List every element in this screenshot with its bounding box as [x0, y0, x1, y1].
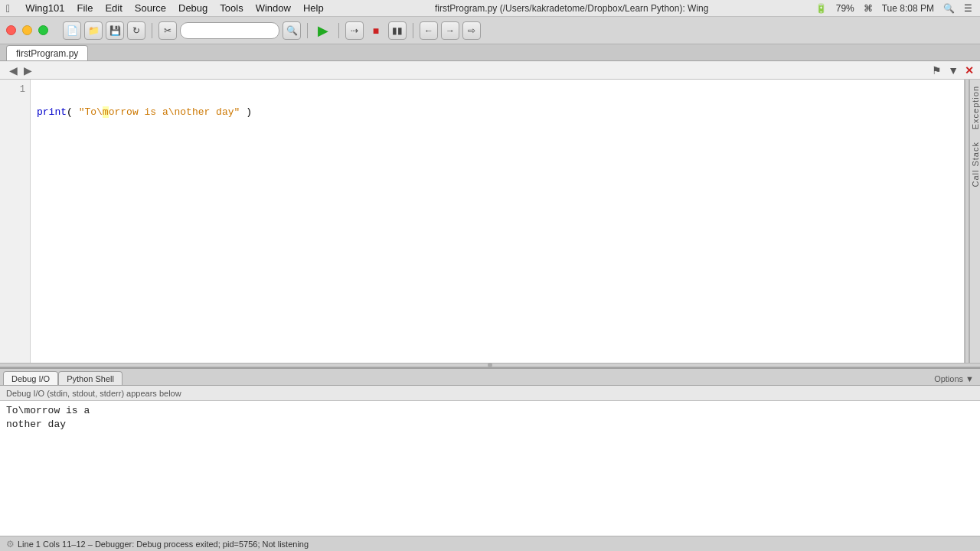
save-file-button[interactable]: 💾 [106, 21, 124, 40]
main-area: 1 print( "To\morrow is a\nother day" ) E… [0, 80, 980, 363]
paren-open: ( [67, 106, 73, 118]
python-shell-tab[interactable]: Python Shell [58, 371, 122, 385]
menu-window[interactable]: Window [250, 2, 297, 15]
back-button[interactable]: ◀ [6, 64, 21, 77]
nav-row: ◀ ▶ ⚑ ▼ ✕ [0, 61, 980, 80]
keyword-print: print [37, 106, 67, 118]
menu-bar:  Wing101 File Edit Source Debug Tools W… [0, 0, 980, 17]
menu-wing101[interactable]: Wing101 [19, 2, 70, 15]
debug-io-info-bar: Debug I/O (stdin, stdout, stderr) appear… [0, 386, 980, 401]
debug-io-tab[interactable]: Debug I/O [3, 371, 58, 385]
space [73, 106, 79, 118]
status-bar: ⚙ Line 1 Cols 11–12 – Debugger: Debug pr… [0, 536, 980, 551]
options-arrow-icon: ▼ [965, 374, 974, 383]
line-numbers: 1 [0, 80, 31, 363]
wifi-icon: ⌘ [864, 3, 873, 14]
close-window-button[interactable] [6, 25, 16, 35]
apple-logo-icon:  [6, 2, 10, 15]
step-button[interactable]: ⇢ [345, 21, 364, 40]
down-arrow-icon[interactable]: ▼ [948, 64, 959, 77]
output-line-2: nother day [6, 418, 974, 432]
minimize-window-button[interactable] [22, 25, 32, 35]
menu-help[interactable]: Help [297, 2, 330, 15]
battery-text: 79% [836, 3, 854, 14]
menu-tools[interactable]: Tools [214, 2, 249, 15]
menu-edit[interactable]: Edit [99, 2, 128, 15]
debug-output-area[interactable]: To\morrow is a nother day [0, 401, 980, 536]
bottom-panel: Debug I/O Python Shell Options ▼ Debug I… [0, 367, 980, 536]
toolbar-separator-2 [307, 23, 308, 38]
python-shell-tab-label: Python Shell [67, 374, 114, 383]
code-line-1: print( "To\morrow is a\nother day" ) [37, 106, 958, 119]
menu-file[interactable]: File [70, 2, 99, 15]
battery-icon: 🔋 [815, 3, 827, 14]
exception-label: Exception [971, 80, 980, 135]
toolbar-separator-1 [152, 23, 152, 38]
list-icon[interactable]: ☰ [964, 3, 972, 14]
editor-tab-label: firstProgram.py [16, 48, 78, 59]
search-input[interactable] [180, 22, 279, 39]
right-panel: Exception Call Stack [969, 80, 980, 363]
code-editor[interactable]: 1 print( "To\morrow is a\nother day" ) [0, 80, 965, 363]
tools-btn-2[interactable]: → [441, 21, 459, 40]
window-title: firstProgram.py (/Users/kakradetome/Drop… [330, 3, 814, 14]
new-file-button[interactable]: 📄 [63, 21, 81, 40]
search-button[interactable]: 🔍 [283, 21, 301, 40]
string-literal: "To\morrow is a\nother day" [79, 106, 240, 118]
toolbar: 📄 📁 💾 ↻ ✂ 🔍 ▶ ⇢ ■ ▮▮ ← → ⇨ [0, 17, 980, 44]
cut-button[interactable]: ✂ [158, 21, 177, 40]
run-button[interactable]: ▶ [314, 21, 332, 40]
bottom-tab-right: Options ▼ [934, 374, 980, 385]
paren-close: ) [246, 106, 252, 118]
clock-time: Tue 8:08 PM [882, 3, 934, 14]
menubar-right: 🔋 79% ⌘ Tue 8:08 PM 🔍 ☰ [814, 3, 974, 14]
reload-button[interactable]: ↻ [127, 21, 145, 40]
traffic-lights [6, 25, 51, 35]
bookmark-icon[interactable]: ⚑ [932, 64, 942, 77]
tools-btn-1[interactable]: ← [420, 21, 438, 40]
search-menu-icon[interactable]: 🔍 [943, 3, 955, 14]
maximize-window-button[interactable] [38, 25, 48, 35]
toolbar-separator-4 [413, 23, 413, 38]
menu-source[interactable]: Source [129, 2, 172, 15]
open-file-button[interactable]: 📁 [84, 21, 103, 40]
call-stack-label: Call Stack [971, 135, 980, 194]
close-nav-icon[interactable]: ✕ [965, 64, 974, 77]
status-icon: ⚙ [6, 539, 15, 549]
code-area[interactable]: print( "To\morrow is a\nother day" ) [31, 80, 964, 363]
pause-button[interactable]: ▮▮ [388, 21, 407, 40]
bottom-tab-bar: Debug I/O Python Shell Options ▼ [0, 369, 980, 386]
status-text: Line 1 Cols 11–12 – Debugger: Debug proc… [18, 540, 309, 549]
tools-btn-3[interactable]: ⇨ [462, 21, 481, 40]
debug-io-info-text: Debug I/O (stdin, stdout, stderr) appear… [6, 389, 181, 398]
forward-button[interactable]: ▶ [21, 64, 35, 77]
stop-button[interactable]: ■ [367, 21, 385, 40]
debug-io-tab-label: Debug I/O [11, 374, 50, 383]
tab-bar: firstProgram.py [0, 44, 980, 61]
toolbar-separator-3 [338, 23, 339, 38]
editor-tab[interactable]: firstProgram.py [6, 45, 88, 60]
options-button[interactable]: Options ▼ [934, 374, 974, 383]
space2 [240, 106, 246, 118]
options-label: Options [934, 374, 963, 383]
output-line-1: To\morrow is a [6, 404, 974, 418]
line-number-1: 1 [0, 83, 25, 96]
nav-right-icons: ⚑ ▼ ✕ [932, 64, 974, 77]
menu-debug[interactable]: Debug [172, 2, 214, 15]
